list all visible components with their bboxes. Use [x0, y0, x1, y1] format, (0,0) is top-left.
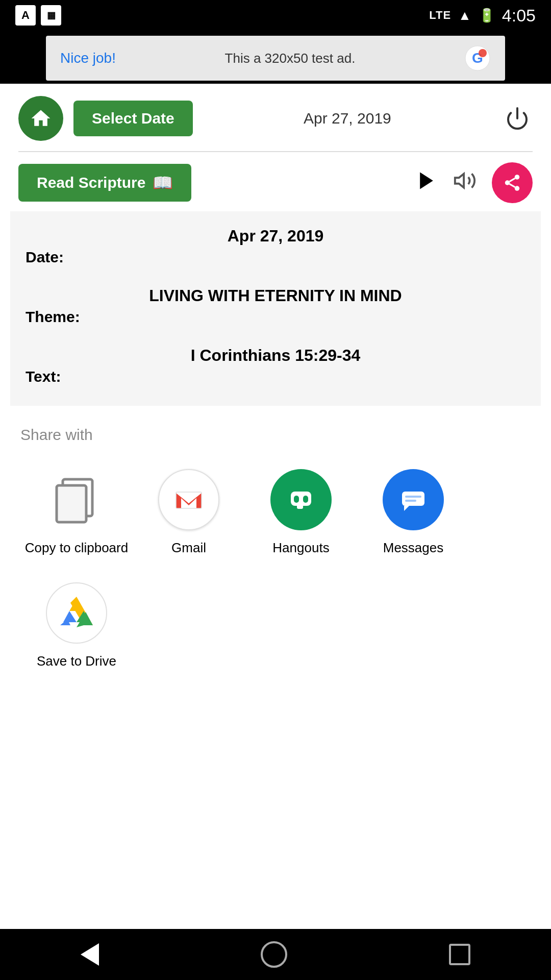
svg-rect-17 [297, 504, 303, 509]
svg-rect-18 [294, 496, 299, 503]
svg-point-8 [515, 186, 520, 191]
accessibility-icon: A [15, 5, 36, 26]
power-button[interactable] [502, 103, 533, 134]
svg-marker-4 [420, 172, 433, 189]
ad-banner: Nice job! This a 320x50 test ad. G [46, 36, 505, 81]
sd-card-icon: ▦ [41, 5, 61, 26]
play-button[interactable] [415, 169, 438, 197]
clipboard-label: Copy to clipboard [25, 540, 128, 557]
volume-button[interactable] [453, 169, 477, 197]
ad-nicejob-text: Nice job! [60, 50, 116, 66]
share-messages[interactable]: Messages [357, 469, 469, 557]
share-gmail[interactable]: Gmail [133, 469, 245, 557]
share-sheet: Share with Copy to clipboard [0, 406, 551, 726]
status-icons-left: A ▦ [15, 5, 61, 26]
gmail-icon [158, 469, 219, 530]
share-icon [503, 173, 522, 192]
content-date-label: Date: [26, 249, 525, 266]
messages-icon [383, 469, 444, 530]
share-grid: Copy to clipboard Gmail [20, 469, 531, 696]
svg-marker-31 [63, 611, 77, 622]
lte-label: LTE [429, 9, 451, 22]
share-with-label: Share with [20, 426, 531, 444]
hangouts-icon [270, 469, 332, 530]
clock: 4:05 [502, 6, 536, 26]
read-scripture-button[interactable]: Read Scripture 📖 [18, 164, 191, 202]
signal-icon: ▲ [458, 8, 471, 23]
drive-icon [46, 582, 107, 644]
content-text-label: Text: [26, 368, 525, 385]
bottom-nav [0, 929, 551, 980]
svg-point-6 [515, 175, 520, 180]
home-circle-icon [261, 941, 287, 968]
content-theme-value: LIVING WITH ETERNITY IN MIND [26, 286, 525, 305]
play-icon [415, 169, 438, 192]
power-icon [505, 106, 530, 131]
ad-body-text: This a 320x50 test ad. [225, 51, 356, 66]
share-save-drive[interactable]: Save to Drive [20, 582, 133, 670]
ad-logo-icon: G [464, 45, 491, 71]
back-arrow-icon [81, 943, 99, 966]
app-area: Select Date Apr 27, 2019 Read Scripture … [0, 84, 551, 406]
nav-home-button[interactable] [261, 941, 287, 968]
content-area: Apr 27, 2019 Date: LIVING WITH ETERNITY … [10, 211, 541, 406]
svg-marker-30 [69, 599, 84, 611]
messages-label: Messages [383, 540, 444, 557]
nav-recent-button[interactable] [449, 944, 470, 965]
share-sheet-backdrop: Share with Copy to clipboard [0, 406, 551, 726]
share-copy-clipboard[interactable]: Copy to clipboard [20, 469, 133, 557]
select-date-button[interactable]: Select Date [73, 101, 193, 136]
media-controls [415, 162, 533, 203]
gmail-label: Gmail [171, 540, 206, 557]
battery-icon: 🔋 [479, 8, 495, 23]
secondary-controls-row: Read Scripture 📖 [10, 154, 541, 211]
svg-rect-19 [303, 496, 308, 503]
svg-point-7 [505, 180, 510, 185]
top-controls-row: Select Date Apr 27, 2019 [10, 84, 541, 149]
svg-line-10 [510, 178, 515, 181]
nav-back-button[interactable] [81, 943, 99, 966]
status-bar: A ▦ LTE ▲ 🔋 4:05 [0, 0, 551, 31]
status-icons-right: LTE ▲ 🔋 4:05 [429, 6, 536, 26]
home-button[interactable] [18, 96, 63, 141]
content-text-value: I Corinthians 15:29-34 [26, 346, 525, 365]
svg-point-2 [479, 49, 487, 57]
svg-rect-12 [57, 485, 86, 522]
date-display: Apr 27, 2019 [203, 110, 492, 127]
divider-1 [18, 151, 533, 152]
book-icon: 📖 [153, 173, 173, 192]
share-hangouts[interactable]: Hangouts [245, 469, 357, 557]
recent-square-icon [449, 944, 470, 965]
clipboard-icon [46, 469, 107, 530]
drive-label: Save to Drive [37, 653, 116, 670]
svg-line-9 [510, 184, 515, 187]
svg-rect-23 [405, 500, 416, 502]
svg-rect-21 [402, 492, 424, 506]
share-button[interactable] [492, 162, 533, 203]
volume-icon [453, 169, 477, 192]
home-icon [30, 107, 52, 130]
read-scripture-label: Read Scripture [37, 174, 145, 191]
hangouts-label: Hangouts [272, 540, 329, 557]
content-theme-label: Theme: [26, 308, 525, 326]
content-date-value: Apr 27, 2019 [26, 227, 525, 246]
svg-rect-22 [405, 496, 421, 498]
svg-marker-5 [455, 174, 464, 187]
